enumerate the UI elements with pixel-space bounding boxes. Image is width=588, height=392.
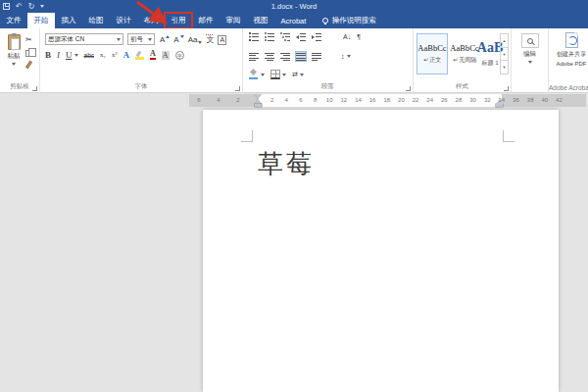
align-right-icon[interactable]	[280, 52, 290, 61]
sort-icon[interactable]: A↓	[343, 33, 351, 40]
bold-button[interactable]: B	[45, 50, 51, 60]
show-marks-icon[interactable]: ¶	[357, 33, 361, 40]
format-painter-icon[interactable]	[25, 61, 32, 69]
line-spacing-icon[interactable]: ↕	[341, 53, 345, 60]
tab-mailings[interactable]: 邮件	[192, 13, 220, 28]
bullet-list-icon[interactable]	[249, 32, 259, 41]
tab-review[interactable]: 审阅	[220, 13, 247, 28]
tab-layout[interactable]: 布局	[137, 13, 165, 28]
shrink-font-button[interactable]: A	[173, 35, 183, 44]
underline-button[interactable]: U	[66, 50, 73, 60]
styles-gallery-scroll[interactable]: ▲ ▼ ▼	[500, 33, 509, 74]
font-dialog-launcher[interactable]	[235, 86, 240, 91]
ruler-number: 6	[299, 97, 302, 103]
ruler-number: 20	[398, 97, 405, 103]
italic-button[interactable]: I	[57, 50, 60, 60]
chevron-down-icon	[261, 74, 265, 76]
borders-icon[interactable]	[270, 70, 280, 79]
shading-icon[interactable]	[249, 70, 259, 79]
numbered-list-icon[interactable]	[265, 32, 274, 41]
chevron-down-icon	[282, 74, 286, 76]
window-title: 1.docx - Word	[271, 2, 318, 11]
title-bar: ↶ ↻ 1.docx - Word	[0, 0, 588, 13]
underline-dropdown-icon[interactable]	[74, 54, 78, 57]
gallery-more-icon[interactable]: ▼	[501, 61, 508, 74]
superscript-button[interactable]: x²	[112, 51, 118, 59]
phonetic-guide-button[interactable]: 文	[206, 34, 214, 45]
ruler-area: 6422468101214161820222426283032343638404…	[0, 93, 588, 108]
distribute-icon[interactable]	[312, 52, 321, 61]
enclose-characters-button[interactable]: 字	[175, 51, 184, 60]
ruler-band[interactable]: 6422468101214161820222426283032343638404…	[189, 94, 586, 107]
style-heading1[interactable]: AaB 标题 1	[480, 33, 500, 74]
tab-design[interactable]: 设计	[110, 13, 137, 28]
character-shading-button[interactable]: A	[162, 51, 170, 60]
style-name: 无间隔	[459, 57, 476, 63]
align-center-icon[interactable]	[265, 52, 274, 61]
undo-icon[interactable]: ↶	[16, 3, 23, 11]
font-name-value: 思源宋体 CN	[48, 35, 84, 44]
style-normal[interactable]: AaBbCc ↵ 正文	[416, 33, 448, 74]
scroll-up-icon[interactable]: ▲	[501, 34, 508, 48]
strikethrough-button[interactable]: abc	[84, 52, 94, 59]
align-left-icon[interactable]	[249, 52, 259, 61]
paragraph-dialog-launcher[interactable]	[406, 86, 411, 91]
tab-home[interactable]: 开始	[27, 13, 55, 28]
character-border-button[interactable]: A	[218, 35, 226, 45]
tab-draw[interactable]: 绘图	[82, 13, 110, 28]
document-page[interactable]: 草莓	[203, 110, 559, 392]
font-color-button[interactable]: A	[150, 50, 156, 60]
tell-me-search[interactable]: 操作说明搜索	[322, 13, 376, 28]
decrease-indent-icon[interactable]	[296, 32, 306, 41]
tab-references[interactable]: 引用	[165, 13, 192, 28]
word-window: ↶ ↻ 1.docx - Word 文件 开始 插入 绘图 设计 布局 引用 邮…	[0, 0, 588, 392]
change-case-button[interactable]: Aa	[188, 35, 203, 44]
left-indent-marker[interactable]	[255, 104, 262, 107]
margin-crop-mark-left	[241, 130, 253, 142]
tab-view[interactable]: 视图	[247, 13, 274, 28]
font-group-label: 字体	[40, 82, 242, 91]
tab-insert[interactable]: 插入	[55, 13, 82, 28]
copy-icon[interactable]	[25, 50, 31, 57]
qat-customize-icon[interactable]	[40, 5, 44, 8]
grow-font-button[interactable]: A	[160, 35, 170, 44]
increase-indent-icon[interactable]	[312, 32, 321, 41]
save-icon[interactable]	[3, 3, 10, 10]
style-no-spacing[interactable]: AaBbCc ↵ 无间隔	[449, 33, 480, 74]
tab-file[interactable]: 文件	[0, 13, 27, 28]
chevron-down-icon	[528, 61, 532, 64]
text-effects-button[interactable]: A	[123, 50, 130, 60]
font-size-combobox[interactable]: 初号	[127, 33, 155, 45]
justify-icon[interactable]	[296, 52, 306, 61]
ruler-number: 36	[513, 97, 519, 103]
ribbon-tab-bar: 文件 开始 插入 绘图 设计 布局 引用 邮件 审阅 视图 Acrobat 操作…	[0, 13, 588, 28]
paste-button[interactable]: 粘贴	[3, 34, 24, 79]
editing-button[interactable]: 编辑	[516, 33, 543, 64]
ruler-number: 30	[469, 97, 476, 103]
clipboard-group: 粘贴 ✂ 剪贴板	[0, 28, 40, 93]
font-size-value: 初号	[130, 35, 143, 44]
tab-acrobat[interactable]: Acrobat	[274, 13, 313, 28]
clipboard-dialog-launcher[interactable]	[32, 86, 37, 91]
adobe-group: 创建并共享 Adobe PDF Adobe Acrobat	[549, 28, 588, 93]
scroll-down-icon[interactable]: ▼	[501, 48, 508, 62]
ruler-number: 34	[499, 97, 506, 103]
right-indent-marker[interactable]	[496, 104, 503, 107]
style-preview: AaBbCc	[450, 43, 478, 53]
adobe-button-line1: 创建并共享	[557, 50, 586, 59]
multilevel-list-icon[interactable]	[280, 32, 290, 41]
styles-group: AaBbCc ↵ 正文 AaBbCc ↵ 无间隔 AaB 标题 1 ▲ ▼ ▼ …	[414, 28, 512, 93]
font-name-combobox[interactable]: 思源宋体 CN	[45, 33, 123, 45]
ruler-number: 18	[383, 97, 390, 103]
style-mark: ↵	[453, 57, 458, 63]
subscript-button[interactable]: x₂	[100, 51, 106, 59]
redo-icon[interactable]: ↻	[28, 3, 35, 11]
styles-dialog-launcher[interactable]	[504, 86, 509, 91]
cut-icon[interactable]: ✂	[25, 35, 32, 44]
style-mark: ↵	[423, 57, 428, 63]
ribbon: 粘贴 ✂ 剪贴板 思源宋体 CN 初号 A A	[0, 28, 588, 93]
text-highlight-button[interactable]	[135, 51, 144, 60]
lightbulb-icon	[322, 18, 328, 24]
create-share-adobe-pdf-button[interactable]: 创建并共享 Adobe PDF	[552, 32, 588, 67]
asian-layout-icon[interactable]: ⇄	[292, 71, 298, 78]
